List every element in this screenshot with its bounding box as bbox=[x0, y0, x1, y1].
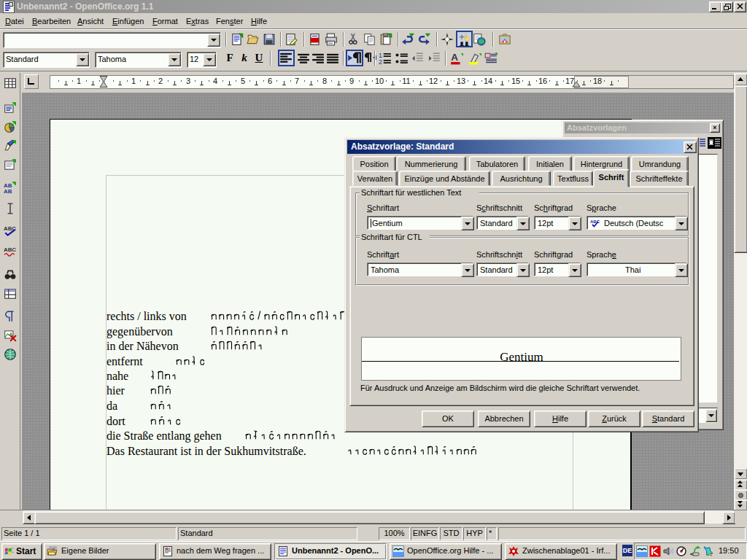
svg-text:ABC: ABC bbox=[590, 219, 600, 224]
svg-text:AB: AB bbox=[4, 188, 12, 194]
svg-text:A: A bbox=[451, 52, 458, 63]
svg-text:ABC: ABC bbox=[4, 246, 16, 253]
svg-text:2: 2 bbox=[379, 58, 382, 65]
